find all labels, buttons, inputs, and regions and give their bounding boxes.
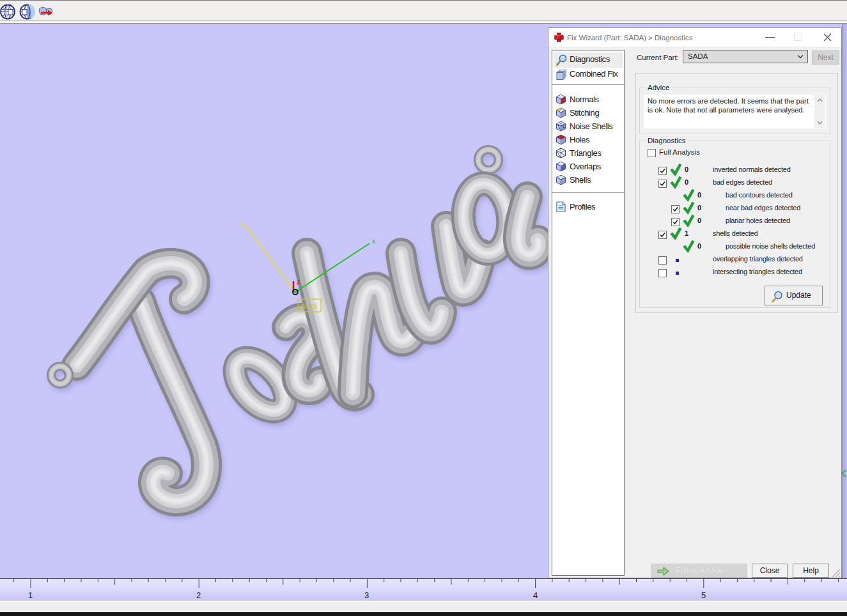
svg-text:x: x: [372, 237, 376, 245]
svg-text:y: y: [240, 220, 244, 227]
svg-text:z: z: [297, 278, 300, 286]
svg-text:WCS: WCS: [300, 302, 317, 310]
